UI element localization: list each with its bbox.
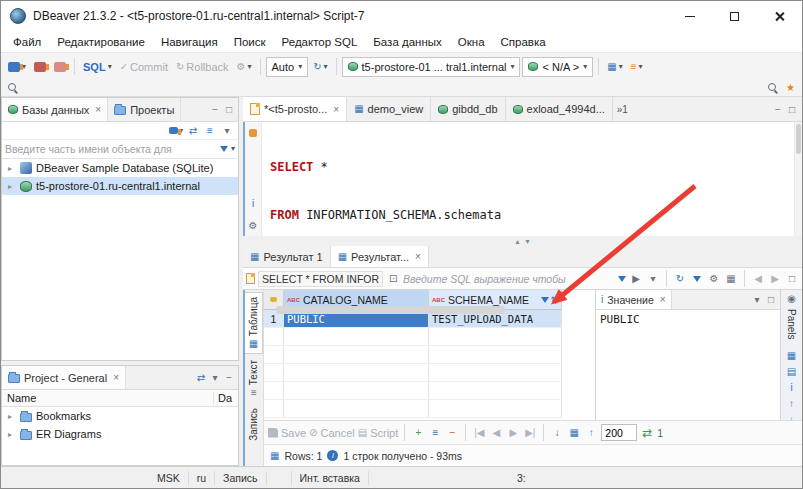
collapse-all-icon[interactable]: ≡ bbox=[203, 124, 217, 138]
result-source-label[interactable]: SELECT * FROM INFOR bbox=[258, 271, 383, 287]
tasks-button[interactable]: ≡▾ bbox=[628, 60, 646, 74]
tab-gibdd-db[interactable]: gibdd_db bbox=[431, 97, 505, 121]
tab-overflow-indicator[interactable]: »1 bbox=[613, 104, 632, 115]
presentation-record-tab[interactable]: Запись bbox=[245, 404, 263, 445]
project-item-bookmarks[interactable]: ▸ Bookmarks bbox=[2, 407, 238, 425]
value-content[interactable]: PUBLIC bbox=[596, 310, 780, 420]
minimize-editor-icon[interactable]: − bbox=[771, 102, 785, 116]
menu-sql-editor[interactable]: Редактор SQL bbox=[274, 36, 366, 48]
maximize-button[interactable] bbox=[712, 1, 757, 31]
favorites-button[interactable]: ★ bbox=[783, 81, 798, 95]
panel-metadata-icon[interactable]: i bbox=[785, 382, 799, 393]
expand-icon[interactable]: ▸ bbox=[8, 182, 16, 191]
search-button[interactable] bbox=[5, 81, 21, 96]
view-menu-icon[interactable]: ▾ bbox=[208, 371, 222, 385]
new-connection-button[interactable]: ▾ bbox=[5, 60, 29, 74]
object-filter-input[interactable] bbox=[5, 143, 217, 155]
filter-funnel-icon[interactable] bbox=[220, 146, 228, 152]
panel-calc-icon[interactable]: ▤ bbox=[785, 366, 799, 377]
maximize-view-icon[interactable]: □ bbox=[222, 103, 236, 117]
maximize-results-icon[interactable]: □ bbox=[785, 272, 799, 286]
tab-result-1[interactable]: ▦Результат 1 bbox=[243, 246, 331, 267]
first-row-icon[interactable]: |◀ bbox=[472, 426, 486, 440]
editor-hscrollbar[interactable]: ◂ ▸ bbox=[262, 303, 794, 315]
presentation-text-tab[interactable]: Текст≡ bbox=[245, 356, 263, 402]
nav-forward-icon[interactable]: ▶ bbox=[768, 272, 782, 286]
editor-results-sash[interactable]: ▴ ▾ bbox=[243, 236, 802, 246]
script-button[interactable]: ▤Script bbox=[358, 427, 399, 439]
next-row-icon[interactable]: ▶ bbox=[506, 426, 520, 440]
editor-settings-icon[interactable]: ⚙ bbox=[246, 218, 260, 232]
panel-grid-icon[interactable]: ▦ bbox=[785, 350, 799, 361]
menu-edit[interactable]: Редактирование bbox=[49, 36, 153, 48]
apply-filter-icon[interactable] bbox=[618, 276, 626, 282]
fetch-size-input[interactable] bbox=[601, 424, 637, 441]
expand-icon[interactable]: ▸ bbox=[8, 412, 16, 421]
quick-search-button[interactable] bbox=[765, 81, 781, 96]
cursor-position[interactable]: 3: bbox=[509, 471, 534, 485]
run-filter-icon[interactable]: ▶ bbox=[629, 272, 643, 286]
execute-statement-icon[interactable] bbox=[246, 126, 260, 140]
filter-caret-icon[interactable]: ▾ bbox=[231, 145, 235, 153]
minimize-view-icon[interactable]: − bbox=[208, 103, 222, 117]
schema-selector[interactable]: < N/A >▾ bbox=[522, 57, 593, 77]
sql-editor-button[interactable]: SQL▾ bbox=[80, 59, 115, 75]
close-icon[interactable]: × bbox=[113, 372, 119, 383]
duplicate-row-icon[interactable]: ≡ bbox=[428, 426, 442, 440]
add-row-icon[interactable]: + bbox=[411, 426, 425, 440]
invalidate-connection-button[interactable] bbox=[51, 60, 69, 74]
pin-icon[interactable]: ◉ bbox=[785, 293, 799, 304]
commit-button[interactable]: ✓Commit bbox=[117, 59, 171, 75]
refresh-results-icon[interactable]: ↻ bbox=[673, 272, 687, 286]
link-icon[interactable]: ⇄ bbox=[194, 371, 208, 385]
presentation-grid-tab[interactable]: Таблица▦ bbox=[245, 292, 263, 354]
timezone-indicator[interactable]: MSK bbox=[149, 471, 189, 485]
refresh-button[interactable]: ↻▾ bbox=[310, 60, 330, 74]
close-icon[interactable]: × bbox=[333, 104, 339, 115]
nav-back-icon[interactable]: ◀ bbox=[751, 272, 765, 286]
sash-up-icon[interactable]: ▴ bbox=[515, 237, 519, 246]
sort-filter-icon[interactable]: ⇅ bbox=[541, 295, 558, 305]
column-name-header[interactable]: Name bbox=[2, 392, 214, 404]
filter-menu-icon[interactable]: ▾ bbox=[646, 272, 660, 286]
connect-icon[interactable]: ▾ bbox=[169, 124, 183, 138]
tab-exload[interactable]: exload_4994d... bbox=[506, 97, 613, 121]
tab-script-7[interactable]: *<t5-prosto...× bbox=[243, 97, 347, 121]
tab-projects[interactable]: Проекты bbox=[108, 98, 181, 121]
tree-item-t5-prostore[interactable]: ▸ t5-prostore-01.ru-central1.internal bbox=[2, 177, 238, 195]
sql-line-1[interactable]: SELECT * bbox=[270, 159, 794, 175]
expand-filter-icon[interactable]: ⊡ bbox=[386, 272, 400, 286]
last-row-icon[interactable]: ▶| bbox=[523, 426, 537, 440]
auto-refresh-icon[interactable]: ⇄ bbox=[640, 426, 654, 440]
language-indicator[interactable]: ru bbox=[189, 471, 215, 485]
sql-line-2[interactable]: FROM INFORMATION_SCHEMA.schemata bbox=[270, 207, 794, 223]
delete-row-icon[interactable]: − bbox=[445, 426, 459, 440]
tab-databases[interactable]: Базы данных× bbox=[2, 98, 108, 121]
column-date-header[interactable]: Da bbox=[214, 392, 238, 404]
panel-up-icon[interactable]: ↑ bbox=[785, 398, 799, 409]
minimize-view-icon[interactable]: − bbox=[222, 371, 236, 385]
menu-search[interactable]: Поиск bbox=[226, 36, 274, 48]
vscroll-thumb[interactable] bbox=[796, 124, 801, 154]
menu-windows[interactable]: Окна bbox=[450, 36, 493, 48]
menu-file[interactable]: Файл bbox=[5, 36, 49, 48]
rollback-button[interactable]: ↻Rollback bbox=[173, 59, 232, 75]
grid-settings-icon[interactable]: ⚙ bbox=[707, 272, 721, 286]
minimize-button[interactable] bbox=[667, 1, 712, 31]
fetch-all-icon[interactable]: ▦ bbox=[567, 426, 581, 440]
view-menu-icon[interactable]: ▾ bbox=[220, 124, 234, 138]
tab-result-2[interactable]: ▦Результат...× bbox=[331, 246, 429, 267]
sash-down-icon[interactable]: ▾ bbox=[526, 237, 530, 246]
connection-selector[interactable]: t5-prostore-01 ... tral1.internal▾ bbox=[342, 57, 521, 77]
export-icon[interactable]: ↑ bbox=[584, 426, 598, 440]
menu-navigation[interactable]: Навигация bbox=[153, 36, 226, 48]
link-with-editor-icon[interactable]: ⇄ bbox=[186, 124, 200, 138]
prev-row-icon[interactable]: ◀ bbox=[489, 426, 503, 440]
close-icon[interactable]: × bbox=[95, 104, 101, 115]
result-filter-input[interactable] bbox=[403, 273, 615, 285]
save-button[interactable]: Save bbox=[268, 427, 306, 439]
expand-icon[interactable]: ▸ bbox=[8, 430, 16, 439]
cancel-button[interactable]: ⊘Cancel bbox=[309, 427, 355, 439]
disconnect-button[interactable] bbox=[31, 60, 49, 74]
panels-toggle-icon[interactable]: ▦ bbox=[724, 272, 738, 286]
